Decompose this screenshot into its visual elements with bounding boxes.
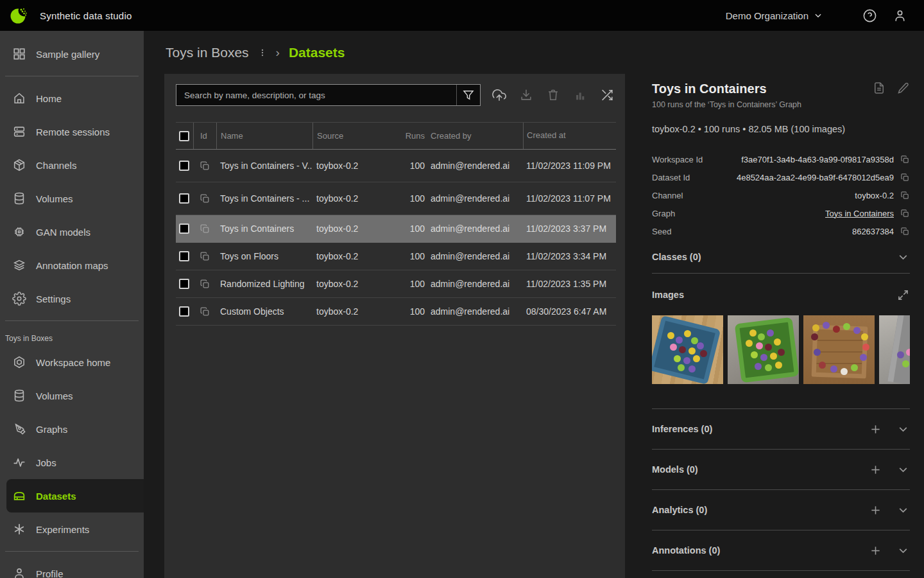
table-row[interactable]: Custom Objects toybox-0.2 100 admin@rend… xyxy=(176,298,616,326)
file-text-icon[interactable] xyxy=(873,82,886,94)
column-header-name[interactable]: Name xyxy=(216,123,312,149)
sidebar-item-home[interactable]: Home xyxy=(0,82,144,115)
row-checkbox[interactable] xyxy=(179,193,189,204)
top-bar: Synthetic data studio Demo Organization xyxy=(0,0,924,31)
search-input[interactable] xyxy=(176,85,456,105)
sidebar-item-remote-sessions[interactable]: Remote sessions xyxy=(0,115,144,148)
dataset-detail-panel: Toys in Containers 100 runs of the ‘Toys… xyxy=(652,82,910,571)
detail-subtitle: 100 runs of the ‘Toys in Containers’ Gra… xyxy=(652,100,910,109)
copy-id-icon[interactable] xyxy=(200,251,210,262)
sidebar-item-workspace-volumes[interactable]: Volumes xyxy=(0,379,144,412)
section-analytics[interactable]: Analytics (0) xyxy=(652,490,910,530)
dataset-created-by: admin@rendered.ai xyxy=(425,161,523,171)
copy-id-icon[interactable] xyxy=(200,223,210,234)
table-row[interactable]: Toys on Floors toybox-0.2 100 admin@rend… xyxy=(176,243,616,270)
table-row[interactable]: Toys in Containers - V... toybox-0.2 100… xyxy=(176,150,616,182)
dataset-image-thumbnail[interactable] xyxy=(652,315,723,384)
sidebar-divider xyxy=(5,551,139,552)
download-button[interactable] xyxy=(518,87,535,103)
section-models[interactable]: Models (0) xyxy=(652,450,910,490)
green-bin-graphic xyxy=(735,317,799,383)
copy-icon[interactable] xyxy=(900,191,910,200)
help-icon[interactable] xyxy=(862,8,877,23)
sidebar-item-channels[interactable]: Channels xyxy=(0,148,144,182)
dataset-runs: 100 xyxy=(404,306,425,317)
copy-icon[interactable] xyxy=(900,227,910,236)
rendered-ai-logo-icon xyxy=(9,5,30,26)
sidebar-item-jobs[interactable]: Jobs xyxy=(0,446,144,479)
chevron-down-icon[interactable] xyxy=(896,504,910,517)
sidebar-item-profile[interactable]: Profile xyxy=(0,557,144,578)
section-annotations[interactable]: Annotations (0) xyxy=(652,530,910,571)
column-header-created-at[interactable]: Created at xyxy=(523,123,616,149)
section-inferences[interactable]: Inferences (0) xyxy=(652,409,910,450)
row-checkbox[interactable] xyxy=(179,279,189,289)
analytics-button[interactable] xyxy=(572,87,588,103)
add-inference-icon[interactable] xyxy=(869,423,882,436)
field-value: 862637384 xyxy=(852,227,894,236)
copy-icon[interactable] xyxy=(900,209,910,218)
chevron-down-icon[interactable] xyxy=(896,463,910,477)
sidebar-item-experiments[interactable]: Experiments xyxy=(0,512,144,546)
table-row[interactable]: Toys in Containers - ... toybox-0.2 100 … xyxy=(176,182,616,215)
home-icon xyxy=(12,91,26,105)
sidebar-item-sample-gallery[interactable]: Sample gallery xyxy=(0,37,144,71)
detail-field-graph: Graph Toys in Containers xyxy=(652,204,910,222)
kebab-menu-icon[interactable] xyxy=(258,48,267,58)
filter-button[interactable] xyxy=(456,85,480,105)
dataset-runs: 100 xyxy=(404,223,425,234)
dataset-image-thumbnail[interactable] xyxy=(728,315,799,384)
expand-icon[interactable] xyxy=(896,288,910,302)
activity-icon xyxy=(12,455,26,469)
sidebar-item-settings[interactable]: Settings xyxy=(0,282,144,315)
copy-id-icon[interactable] xyxy=(200,193,210,204)
edit-pencil-icon[interactable] xyxy=(897,82,910,94)
field-label: Seed xyxy=(652,227,671,236)
trash-icon xyxy=(546,88,560,102)
copy-icon[interactable] xyxy=(900,155,910,164)
column-header-id[interactable]: Id xyxy=(193,123,216,149)
chevron-down-icon[interactable] xyxy=(896,250,910,264)
sidebar-item-workspace-home[interactable]: Workspace home xyxy=(0,346,144,379)
chevron-down-icon[interactable] xyxy=(896,544,910,557)
select-all-checkbox[interactable] xyxy=(179,131,189,141)
compare-button[interactable] xyxy=(599,87,615,103)
column-header-runs[interactable]: Runs xyxy=(404,131,425,141)
sidebar-item-datasets[interactable]: Datasets xyxy=(6,479,144,512)
row-checkbox[interactable] xyxy=(179,306,189,317)
add-model-icon[interactable] xyxy=(869,463,882,477)
copy-id-icon[interactable] xyxy=(200,161,210,171)
dataset-image-thumbnail[interactable] xyxy=(803,315,875,384)
table-row[interactable]: Randomized Lighting toybox-0.2 100 admin… xyxy=(176,270,616,298)
sidebar-item-annotation-maps[interactable]: Annotation maps xyxy=(0,249,144,282)
breadcrumb-workspace[interactable]: Toys in Boxes xyxy=(166,45,249,60)
sidebar-item-label: Remote sessions xyxy=(36,127,110,137)
section-classes[interactable]: Classes (0) xyxy=(652,247,910,267)
copy-icon[interactable] xyxy=(900,173,910,182)
sidebar-item-label: Jobs xyxy=(36,457,56,468)
add-annotation-icon[interactable] xyxy=(869,544,882,557)
dataset-image-thumbnail[interactable] xyxy=(879,315,910,384)
chevron-down-icon xyxy=(814,11,823,20)
upload-button[interactable] xyxy=(491,87,508,103)
row-checkbox[interactable] xyxy=(179,251,189,261)
cube-icon xyxy=(12,158,26,172)
column-header-created-by[interactable]: Created by xyxy=(425,131,523,141)
row-checkbox[interactable] xyxy=(179,223,189,234)
add-analytics-icon[interactable] xyxy=(869,504,882,517)
datasets-table: Id Name Source Runs Created by Created a… xyxy=(176,122,616,326)
row-checkbox[interactable] xyxy=(179,161,189,171)
table-row-selected[interactable]: Toys in Containers toybox-0.2 100 admin@… xyxy=(176,215,616,243)
copy-id-icon[interactable] xyxy=(200,279,210,290)
dataset-name: Custom Objects xyxy=(216,306,312,317)
sidebar-item-graphs[interactable]: Graphs xyxy=(0,412,144,446)
graph-link[interactable]: Toys in Containers xyxy=(825,209,894,218)
user-profile-icon[interactable] xyxy=(893,8,907,23)
sidebar-item-volumes[interactable]: Volumes xyxy=(0,182,144,215)
column-header-source[interactable]: Source xyxy=(312,123,404,149)
delete-button[interactable] xyxy=(545,87,561,103)
chevron-down-icon[interactable] xyxy=(896,423,910,436)
copy-id-icon[interactable] xyxy=(200,306,210,317)
sidebar-item-gan-models[interactable]: GAN models xyxy=(0,215,144,249)
organization-selector[interactable]: Demo Organization xyxy=(726,10,823,21)
